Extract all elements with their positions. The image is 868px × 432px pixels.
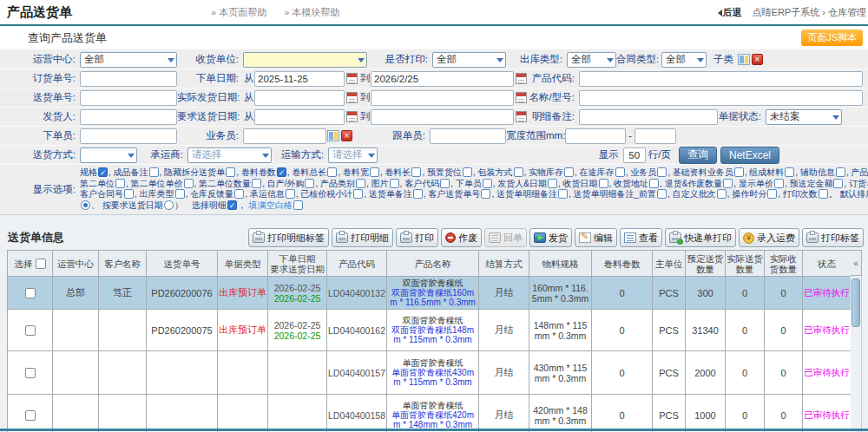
option-checkbox[interactable] [774,179,784,188]
option-checkbox[interactable] [564,167,574,177]
option-checkbox[interactable] [649,179,659,188]
required-date-to-input[interactable] [371,109,514,125]
width-range-from-input[interactable] [565,128,626,144]
page-js-script-button[interactable]: 页面JS脚本 [801,29,863,46]
salesman-picker-icon[interactable] [327,130,339,141]
carrier-select[interactable]: 请选择 [187,147,272,163]
netexcel-button[interactable]: NetExcel [720,147,779,164]
option-checkbox[interactable] [184,179,194,188]
option-checkbox[interactable] [124,189,134,199]
calendar-icon[interactable] [516,92,527,103]
collapse-columns-button[interactable]: « [851,250,862,276]
is-printed-select[interactable]: 全部 [432,52,506,68]
product-name-link[interactable]: 双面背胶青稞纸148mm * 115mm * 0.3mm [389,325,477,344]
product-name-link[interactable]: 双面背胶青稞纸160mm * 116.5mm * 0.3mm [389,288,477,307]
option-checkbox[interactable] [483,179,492,188]
operation-center-select[interactable]: 全部 [80,52,177,68]
void-button[interactable]: 作废 [441,228,482,247]
calendar-icon[interactable] [346,73,358,84]
ship-button[interactable]: 发货 [529,228,572,247]
page-size-input[interactable]: 50 [623,147,646,163]
option-checkbox[interactable] [293,200,303,210]
actual-ship-date-to-input[interactable] [371,90,514,106]
option-checkbox[interactable] [277,167,286,177]
width-range-to-input[interactable] [635,128,676,144]
breadcrumb-module[interactable]: 仓库管理 [828,7,866,17]
doc-status-select[interactable]: 未结案 [766,109,842,125]
option-checkbox[interactable] [286,189,295,199]
option-checkbox[interactable] [226,167,235,177]
print-label-button[interactable]: 打印标签 [802,228,864,247]
option-checkbox[interactable] [514,167,523,177]
option-checkbox[interactable] [390,179,399,188]
option-radio[interactable] [81,200,90,210]
option-checkbox[interactable] [149,167,159,177]
select-all-checkbox[interactable] [36,259,46,269]
merchandiser-input[interactable] [430,128,506,144]
print-button[interactable]: 打印 [396,228,438,247]
calendar-icon[interactable] [346,111,358,122]
name-model-input[interactable] [579,90,863,106]
option-checkbox[interactable] [305,179,314,188]
option-checkbox[interactable] [836,167,845,177]
breadcrumb-system[interactable]: 点睛ERP子系统 [753,7,820,17]
detail-note-input[interactable] [579,109,718,125]
scrollbar-track[interactable] [851,276,862,432]
option-checkbox[interactable] [353,189,363,199]
calendar-icon[interactable] [516,111,527,122]
product-code-input[interactable] [579,71,863,87]
order-no-input[interactable] [80,71,177,87]
option-checkbox[interactable] [734,167,744,177]
option-checkbox[interactable] [657,167,667,177]
product-name-link[interactable]: 单面背胶青稞纸420mm * 148mm * 0.3mm [389,410,477,429]
option-checkbox[interactable] [717,189,727,199]
option-checkbox[interactable] [440,179,450,188]
order-date-from-input[interactable]: 2025-11-25 [254,71,345,87]
print-detail-label-button[interactable]: 打印明细标签 [248,228,329,247]
module-help-link[interactable]: » 本模块帮助 [284,6,339,19]
option-checkbox[interactable] [175,189,185,199]
receiving-unit-select[interactable] [243,52,367,68]
option-checkbox[interactable] [599,179,608,188]
view-button[interactable]: 查看 [620,228,662,247]
option-checkbox[interactable] [115,179,125,188]
option-checkbox[interactable] [767,189,777,199]
delivery-method-select[interactable] [80,147,137,163]
option-checkbox[interactable] [833,179,843,188]
express-print-button[interactable]: 快递单打印 [665,228,736,247]
page-help-link[interactable]: » 本页面帮助 [211,6,266,19]
option-checkbox[interactable] [327,167,337,177]
salesman-clear-icon[interactable] [341,130,352,141]
option-checkbox[interactable] [370,167,379,177]
freight-entry-button[interactable]: 录入运费 [739,228,799,247]
option-checkbox[interactable] [657,189,667,199]
product-name-link[interactable]: 单面背胶青稞纸430mm * 115mm * 0.3mm [389,368,477,387]
option-checkbox[interactable] [234,189,244,199]
print-detail-button[interactable]: 打印明细 [332,228,393,247]
edit-button[interactable]: 编辑 [575,228,617,247]
contract-type-select[interactable]: 全部 [661,52,707,68]
shipper-input[interactable] [80,109,177,125]
order-date-to-input[interactable]: 2026/2/25 [371,71,514,87]
option-checkbox[interactable] [463,167,472,177]
option-checkbox[interactable] [98,167,108,177]
search-button[interactable]: 查询 [679,147,717,164]
option-radio[interactable] [164,200,174,210]
required-date-from-input[interactable] [254,109,345,125]
delivery-no-input[interactable] [80,90,177,106]
calendar-icon[interactable] [516,73,527,84]
row-checkbox[interactable] [25,368,36,378]
option-checkbox[interactable] [558,189,568,199]
option-checkbox[interactable] [723,179,733,188]
outbound-type-select[interactable]: 全部 [567,52,616,68]
actual-ship-date-from-input[interactable] [254,90,345,106]
option-checkbox[interactable] [411,167,421,177]
back-button[interactable]: 后退 [714,6,742,19]
order-clerk-input[interactable] [80,128,177,144]
subclass-clear-icon[interactable] [752,54,763,65]
row-checkbox[interactable] [25,288,36,298]
option-checkbox[interactable] [548,179,557,188]
option-checkbox[interactable] [356,179,365,188]
option-checkbox[interactable] [819,189,828,199]
scrollbar-thumb[interactable] [852,278,860,327]
